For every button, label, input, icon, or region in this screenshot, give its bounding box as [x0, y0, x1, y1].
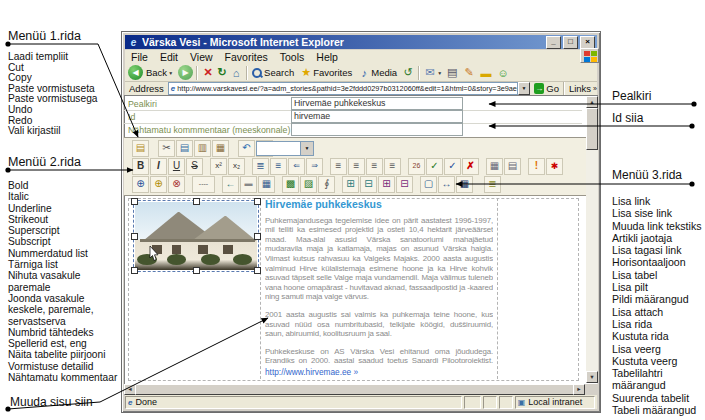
go-label[interactable]: Go: [546, 83, 559, 94]
remove-format-icon[interactable]: ✗: [462, 158, 479, 175]
back-label[interactable]: Back: [146, 67, 167, 78]
selected-image[interactable]: [134, 201, 258, 271]
scroll-right-icon[interactable]: ►: [573, 384, 585, 395]
search-icon[interactable]: [252, 68, 262, 78]
print-icon[interactable]: ▤: [445, 66, 459, 79]
back-icon[interactable]: ◀: [128, 65, 143, 80]
superscript-icon[interactable]: x²: [210, 158, 227, 175]
insert-row-icon[interactable]: ⊞: [342, 176, 359, 193]
menu-item[interactable]: View: [184, 51, 219, 63]
indent-icon[interactable]: ⇒: [306, 158, 323, 175]
selection-handle[interactable]: [254, 233, 261, 240]
numbers-to-letters-icon[interactable]: 26: [408, 158, 425, 175]
horizontal-scroll-thumb[interactable]: [135, 384, 574, 395]
font-select-caret-icon[interactable]: ▼: [300, 142, 313, 155]
home-icon[interactable]: ⌂: [229, 67, 243, 79]
link-to-text-icon[interactable]: ⊗: [168, 176, 185, 193]
selection-handle[interactable]: [193, 198, 200, 205]
maximize-button[interactable]: □: [563, 36, 578, 49]
close-button[interactable]: ×: [580, 36, 595, 49]
delete-column-icon[interactable]: ⊟: [396, 176, 413, 193]
back-caret-icon[interactable]: ▼: [168, 70, 173, 76]
go-arrow-icon[interactable]: →: [534, 83, 544, 94]
article-divider-icon[interactable]: ----: [192, 176, 215, 193]
undo-icon[interactable]: ↶: [238, 140, 255, 157]
cell-settings-icon[interactable]: ▢: [420, 176, 437, 193]
load-template-icon[interactable]: ▤: [132, 140, 149, 157]
history-icon[interactable]: ↺: [401, 66, 415, 79]
insert-attachment-icon[interactable]: ∮: [318, 176, 335, 193]
italic-icon[interactable]: I: [150, 158, 167, 175]
selection-handle[interactable]: [131, 198, 138, 205]
discuss-icon[interactable]: ▬: [479, 67, 493, 79]
align-justify-icon[interactable]: ≡: [384, 158, 401, 175]
form-input-id[interactable]: hirvemae: [291, 110, 463, 123]
selection-handle[interactable]: [193, 267, 200, 274]
table-settings-icon[interactable]: ▦: [456, 176, 473, 193]
image-settings-icon[interactable]: ▨: [300, 176, 317, 193]
insert-image-icon[interactable]: ▩: [282, 176, 299, 193]
menu-item[interactable]: Help: [310, 51, 344, 63]
article-link[interactable]: http://www.hirvemae.ee »: [265, 367, 358, 377]
speller-est-icon[interactable]: ✓: [426, 158, 443, 175]
edit-icon[interactable]: ✎: [462, 66, 476, 79]
speller-eng-icon[interactable]: ✓: [444, 158, 461, 175]
show-table-borders-icon[interactable]: ▦: [486, 158, 503, 175]
invisible-comment-icon[interactable]: ✱: [546, 158, 563, 175]
media-icon[interactable]: ♪: [357, 67, 371, 79]
resize-table-icon[interactable]: ↔: [438, 176, 455, 193]
copy-icon[interactable]: ▤: [176, 140, 193, 157]
links-chevron-icon[interactable]: »: [593, 85, 597, 92]
minimize-button[interactable]: _: [546, 36, 561, 49]
selection-handle[interactable]: [254, 198, 261, 205]
underline-icon[interactable]: U: [168, 158, 185, 175]
cut-icon[interactable]: ✂: [158, 140, 175, 157]
format-warning-icon[interactable]: !: [528, 158, 545, 175]
insert-link-icon[interactable]: ⊕: [132, 176, 149, 193]
vertical-scrollbar[interactable]: ▲ ▼: [586, 96, 598, 383]
bold-icon[interactable]: B: [132, 158, 149, 175]
align-center-icon[interactable]: ≡: [348, 158, 365, 175]
paste-format-icon[interactable]: ▦: [212, 140, 229, 157]
scroll-down-icon[interactable]: ▼: [586, 371, 598, 383]
selection-handle[interactable]: [254, 267, 261, 274]
forward-icon[interactable]: ▶: [178, 65, 193, 80]
menu-item[interactable]: Tools: [274, 51, 311, 63]
form-input-pealkiri[interactable]: Hirvemäe puhkekeskus: [291, 97, 463, 110]
insert-internal-link-icon[interactable]: ⊕: [150, 176, 167, 193]
insert-column-icon[interactable]: ⊞: [378, 176, 395, 193]
mail-caret-icon[interactable]: ▼: [437, 70, 442, 76]
strikeout-icon[interactable]: S: [186, 158, 203, 175]
align-right-icon[interactable]: ≡: [366, 158, 383, 175]
article-body[interactable]: Hirvemäe puhkekeskus Puhkemajandusega te…: [265, 200, 493, 363]
form-input-comment[interactable]: [291, 123, 463, 136]
insert-back-link-icon[interactable]: ←: [222, 176, 239, 193]
vertical-scroll-thumb[interactable]: [586, 108, 598, 150]
insert-table-icon[interactable]: ▦: [258, 176, 275, 193]
scroll-up-icon[interactable]: ▲: [586, 96, 598, 108]
search-label[interactable]: Search: [264, 67, 294, 78]
align-left-icon[interactable]: ≡: [330, 158, 347, 175]
media-label[interactable]: Media: [371, 67, 397, 78]
numbered-list-icon[interactable]: ≣: [252, 158, 269, 175]
list-icon[interactable]: ≣: [484, 176, 501, 193]
messenger-icon[interactable]: ☺: [496, 67, 510, 79]
bullet-list-icon[interactable]: ≡: [270, 158, 287, 175]
menu-item[interactable]: File: [125, 51, 154, 63]
address-input[interactable]: e http://www.varskavesi.ee/?a=adm_storie…: [168, 82, 518, 95]
format-details-icon[interactable]: ▤: [504, 158, 521, 175]
font-select[interactable]: ▼: [256, 141, 314, 156]
delete-row-icon[interactable]: ⊟: [360, 176, 377, 193]
selection-handle[interactable]: [131, 267, 138, 274]
favorites-label[interactable]: Favorites: [313, 67, 352, 78]
links-label[interactable]: Links: [569, 83, 591, 94]
menu-item[interactable]: Favorites: [219, 51, 274, 63]
subscript-icon[interactable]: x₂: [228, 158, 245, 175]
refresh-icon[interactable]: ↻: [215, 66, 229, 79]
paste-plain-icon[interactable]: ▥: [194, 140, 211, 157]
mail-icon[interactable]: ✉: [423, 66, 437, 79]
outdent-icon[interactable]: ⇐: [288, 158, 305, 175]
favorites-icon[interactable]: ★: [299, 66, 313, 79]
stop-icon[interactable]: ✕: [201, 66, 215, 79]
menu-item[interactable]: Edit: [154, 51, 184, 63]
